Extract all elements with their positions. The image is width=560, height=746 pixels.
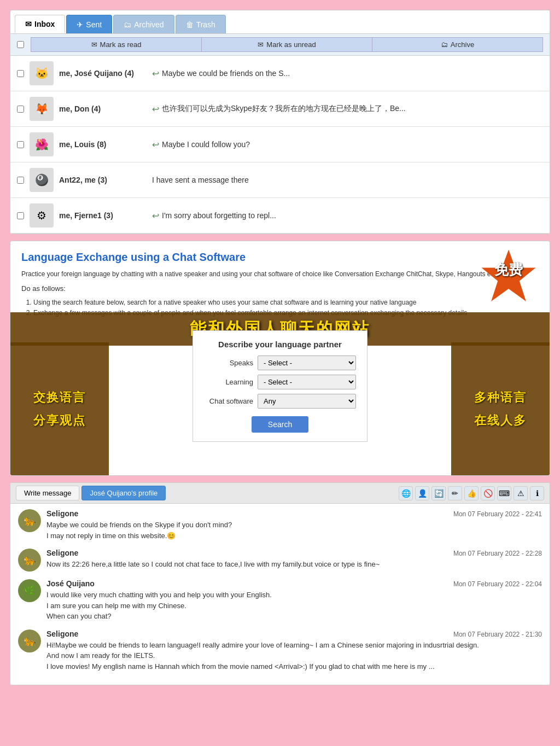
globe-icon[interactable]: 🌐	[399, 486, 413, 500]
message-content: Seligone Mon 07 February 2022 - 21:30 Hi…	[46, 630, 542, 672]
speaks-select[interactable]: - Select -	[258, 355, 356, 370]
table-row[interactable]: 🦊 me, Don (4) ↩ 也许我们可以先成为Skype好友？我所在的地方现…	[10, 91, 550, 127]
chat-messages: 🐆 Seligone Mon 07 February 2022 - 22:41 …	[10, 504, 550, 685]
table-row[interactable]: ⚙ me, Fjerne1 (3) ↩ I'm sorry about forg…	[10, 198, 550, 234]
message-header: Seligone Mon 07 February 2022 - 22:41	[46, 509, 542, 518]
row-checkbox[interactable]	[17, 212, 24, 219]
avatar: 🐆	[18, 549, 41, 572]
search-button[interactable]: Search	[252, 416, 308, 433]
lang-section-description: Practice your foreign language by chatti…	[21, 269, 539, 279]
edit-icon[interactable]: ✏	[448, 486, 462, 500]
table-row[interactable]: 🐱 me, José Quijano (4) ↩ Maybe we could …	[10, 56, 550, 91]
chat-software-select[interactable]: Any	[258, 394, 356, 409]
chat-message: 🐆 Seligone Mon 07 February 2022 - 21:30 …	[18, 630, 542, 672]
tab-profile[interactable]: José Quijano's profile	[81, 486, 166, 500]
table-row[interactable]: 🌺 me, Louis (8) ↩ Maybe I could follow y…	[10, 127, 550, 162]
row-checkbox[interactable]	[17, 70, 24, 77]
chat-header: Write message José Quijano's profile 🌐 👤…	[10, 483, 550, 504]
chat-message: 🌿 José Quijano Mon 07 February 2022 - 22…	[18, 579, 542, 622]
message-content: José Quijano Mon 07 February 2022 - 22:0…	[46, 579, 542, 622]
speaks-label: Speaks	[204, 359, 253, 367]
user-icon[interactable]: 👤	[415, 486, 429, 500]
search-panel: Describe your language partner Speaks - …	[192, 330, 368, 442]
chat-software-row: Chat software Any	[204, 394, 356, 409]
avatar: 🐱	[30, 61, 54, 85]
keyboard-icon[interactable]: ⌨	[497, 486, 511, 500]
chat-message: 🐆 Seligone Mon 07 February 2022 - 22:41 …	[18, 509, 542, 541]
chat-toolbar: 🌐 👤 🔄 ✏ 👍 🚫 ⌨ ⚠ ℹ	[399, 486, 544, 500]
trash-icon: 🗑	[186, 20, 194, 29]
message-header: Seligone Mon 07 February 2022 - 22:28	[46, 549, 542, 557]
message-header: José Quijano Mon 07 February 2022 - 22:0…	[46, 579, 542, 588]
thumbs-up-icon[interactable]: 👍	[464, 486, 479, 500]
table-row[interactable]: 🎱 Ant22, me (3) I have sent a message th…	[10, 162, 550, 198]
avatar: ⚙	[30, 203, 54, 228]
row-checkbox[interactable]	[17, 141, 24, 148]
avatar: 🌿	[18, 579, 41, 602]
learning-label: Learning	[204, 378, 253, 386]
tab-archived[interactable]: 🗂 Archived	[113, 15, 174, 33]
reply-icon: ↩	[152, 104, 159, 114]
mark-unread-icon: ✉	[258, 40, 264, 49]
mark-read-button[interactable]: ✉ Mark as read	[31, 37, 201, 52]
refresh-icon[interactable]: 🔄	[431, 486, 446, 500]
reply-icon: ↩	[152, 68, 159, 79]
learning-row: Learning - Select -	[204, 375, 356, 389]
archive-icon: 🗂	[441, 40, 448, 49]
archive-button[interactable]: 🗂 Archive	[372, 37, 543, 52]
sent-icon: ✈	[77, 20, 83, 29]
search-panel-title: Describe your language partner	[204, 340, 356, 349]
chat-tabs: Write message José Quijano's profile	[16, 486, 166, 500]
tabs-row: ✉ Inbox ✈ Sent 🗂 Archived 🗑 Trash	[10, 10, 550, 34]
chat-message: 🐆 Seligone Mon 07 February 2022 - 22:28 …	[18, 549, 542, 572]
reply-icon: ↩	[152, 211, 159, 221]
archived-icon: 🗂	[124, 20, 131, 29]
row-checkbox[interactable]	[17, 106, 24, 113]
warning-icon[interactable]: ⚠	[514, 486, 528, 500]
do-as-label: Do as follows:	[21, 283, 539, 294]
info-icon[interactable]: ℹ	[530, 486, 544, 500]
select-all-checkbox[interactable]	[17, 41, 24, 48]
list-item: Using the search feature below, search f…	[33, 298, 539, 308]
mark-unread-button[interactable]: ✉ Mark as unread	[201, 37, 372, 52]
avatar: 🌺	[30, 132, 54, 156]
lang-section-title: Language Exchange using a Chat Software	[21, 251, 539, 264]
row-checkbox[interactable]	[17, 177, 24, 184]
language-exchange-section: Language Exchange using a Chat Software …	[10, 241, 550, 476]
action-bar: ✉ Mark as read ✉ Mark as unread 🗂 Archiv…	[10, 34, 550, 56]
mark-read-icon: ✉	[91, 40, 97, 49]
tab-trash[interactable]: 🗑 Trash	[176, 15, 226, 33]
message-header: Seligone Mon 07 February 2022 - 21:30	[46, 630, 542, 638]
avatar: 🎱	[30, 168, 54, 192]
block-icon[interactable]: 🚫	[481, 486, 495, 500]
inbox-section: ✉ Inbox ✈ Sent 🗂 Archived 🗑 Trash ✉ Mark…	[10, 10, 550, 234]
avatar: 🦊	[30, 97, 54, 121]
tab-inbox[interactable]: ✉ Inbox	[15, 15, 65, 33]
message-content: Seligone Mon 07 February 2022 - 22:41 Ma…	[46, 509, 542, 541]
avatar: 🐆	[18, 509, 41, 532]
inbox-icon: ✉	[25, 20, 32, 28]
chat-software-label: Chat software	[204, 397, 253, 405]
avatar: 🐆	[18, 630, 41, 652]
promo-star-badge: 免费	[479, 247, 539, 307]
message-content: Seligone Mon 07 February 2022 - 22:28 No…	[46, 549, 542, 570]
chat-section: Write message José Quijano's profile 🌐 👤…	[10, 482, 550, 685]
reply-icon: ↩	[152, 139, 159, 150]
tab-sent[interactable]: ✈ Sent	[66, 15, 112, 33]
tab-write-message[interactable]: Write message	[16, 486, 79, 500]
speaks-row: Speaks - Select -	[204, 355, 356, 370]
learning-select[interactable]: - Select -	[258, 375, 356, 389]
form-panel-wrapper: Describe your language partner Speaks - …	[21, 325, 539, 442]
promo-star-text: 免费	[479, 260, 539, 279]
